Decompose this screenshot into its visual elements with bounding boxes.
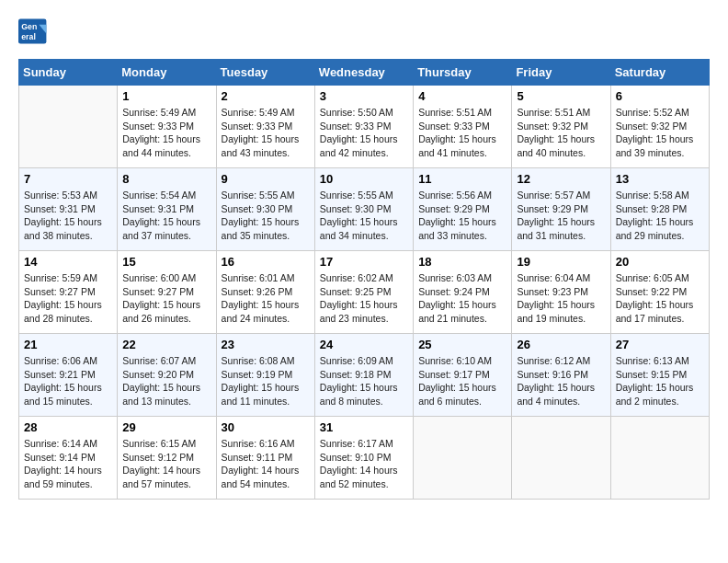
day-header: Tuesday xyxy=(216,60,314,86)
calendar-cell: 1Sunrise: 5:49 AMSunset: 9:33 PMDaylight… xyxy=(118,86,216,168)
day-number: 20 xyxy=(616,255,704,269)
calendar-cell xyxy=(610,417,709,500)
day-info: Sunrise: 6:07 AMSunset: 9:20 PMDaylight:… xyxy=(122,354,210,408)
svg-text:Gen: Gen xyxy=(21,22,37,31)
calendar-cell: 30Sunrise: 6:16 AMSunset: 9:11 PMDayligh… xyxy=(216,417,314,500)
day-info: Sunrise: 5:57 AMSunset: 9:29 PMDaylight:… xyxy=(517,189,605,243)
calendar-cell: 25Sunrise: 6:10 AMSunset: 9:17 PMDayligh… xyxy=(414,334,512,417)
day-info: Sunrise: 5:51 AMSunset: 9:33 PMDaylight:… xyxy=(418,106,506,160)
calendar-cell: 19Sunrise: 6:04 AMSunset: 9:23 PMDayligh… xyxy=(512,251,610,334)
day-number: 26 xyxy=(517,338,605,351)
day-info: Sunrise: 5:55 AMSunset: 9:30 PMDaylight:… xyxy=(320,189,408,243)
day-number: 22 xyxy=(122,338,210,351)
day-number: 10 xyxy=(320,172,408,186)
day-number: 13 xyxy=(616,172,704,186)
day-number: 14 xyxy=(24,255,112,269)
calendar-cell: 9Sunrise: 5:55 AMSunset: 9:30 PMDaylight… xyxy=(216,168,314,251)
day-number: 9 xyxy=(222,172,310,186)
day-info: Sunrise: 6:10 AMSunset: 9:17 PMDaylight:… xyxy=(418,354,506,408)
calendar-cell: 8Sunrise: 5:54 AMSunset: 9:31 PMDaylight… xyxy=(118,168,216,251)
day-info: Sunrise: 5:54 AMSunset: 9:31 PMDaylight:… xyxy=(122,189,210,243)
day-info: Sunrise: 6:09 AMSunset: 9:18 PMDaylight:… xyxy=(320,354,408,408)
calendar-cell: 31Sunrise: 6:17 AMSunset: 9:10 PMDayligh… xyxy=(314,417,413,500)
day-number: 30 xyxy=(222,420,310,434)
calendar-cell xyxy=(512,417,610,500)
calendar-cell xyxy=(414,417,512,500)
day-number: 7 xyxy=(24,172,112,186)
day-number: 8 xyxy=(122,172,210,186)
calendar-cell: 29Sunrise: 6:15 AMSunset: 9:12 PMDayligh… xyxy=(118,417,216,500)
day-number: 17 xyxy=(320,255,408,269)
day-number: 25 xyxy=(418,338,506,351)
day-number: 21 xyxy=(24,338,112,351)
day-info: Sunrise: 5:49 AMSunset: 9:33 PMDaylight:… xyxy=(122,106,210,160)
day-number: 27 xyxy=(616,338,704,351)
day-number: 23 xyxy=(222,338,310,351)
day-number: 6 xyxy=(616,89,704,103)
calendar-cell: 23Sunrise: 6:08 AMSunset: 9:19 PMDayligh… xyxy=(216,334,314,417)
day-info: Sunrise: 6:05 AMSunset: 9:22 PMDaylight:… xyxy=(616,271,704,326)
calendar-cell: 4Sunrise: 5:51 AMSunset: 9:33 PMDaylight… xyxy=(414,86,512,168)
calendar-cell: 20Sunrise: 6:05 AMSunset: 9:22 PMDayligh… xyxy=(610,251,709,334)
calendar-cell: 16Sunrise: 6:01 AMSunset: 9:26 PMDayligh… xyxy=(216,251,314,334)
day-info: Sunrise: 6:15 AMSunset: 9:12 PMDaylight:… xyxy=(122,437,210,491)
day-info: Sunrise: 6:03 AMSunset: 9:24 PMDaylight:… xyxy=(418,271,506,326)
day-header: Wednesday xyxy=(314,60,413,86)
calendar-cell: 28Sunrise: 6:14 AMSunset: 9:14 PMDayligh… xyxy=(19,417,118,500)
day-info: Sunrise: 5:55 AMSunset: 9:30 PMDaylight:… xyxy=(222,189,310,243)
day-info: Sunrise: 6:08 AMSunset: 9:19 PMDaylight:… xyxy=(222,354,310,408)
svg-text:eral: eral xyxy=(21,32,36,41)
day-header: Thursday xyxy=(414,60,512,86)
page-header: Gen eral xyxy=(18,18,710,44)
calendar-cell: 7Sunrise: 5:53 AMSunset: 9:31 PMDaylight… xyxy=(19,168,118,251)
day-number: 15 xyxy=(122,255,210,269)
calendar-cell: 24Sunrise: 6:09 AMSunset: 9:18 PMDayligh… xyxy=(314,334,413,417)
calendar-cell: 6Sunrise: 5:52 AMSunset: 9:32 PMDaylight… xyxy=(610,86,709,168)
day-info: Sunrise: 5:56 AMSunset: 9:29 PMDaylight:… xyxy=(418,189,506,243)
day-number: 4 xyxy=(418,89,506,103)
calendar-cell: 10Sunrise: 5:55 AMSunset: 9:30 PMDayligh… xyxy=(314,168,413,251)
day-number: 1 xyxy=(122,89,210,103)
day-info: Sunrise: 5:51 AMSunset: 9:32 PMDaylight:… xyxy=(517,106,605,160)
day-info: Sunrise: 6:00 AMSunset: 9:27 PMDaylight:… xyxy=(122,271,210,326)
day-header: Monday xyxy=(118,60,216,86)
day-info: Sunrise: 6:17 AMSunset: 9:10 PMDaylight:… xyxy=(320,437,408,491)
day-info: Sunrise: 5:59 AMSunset: 9:27 PMDaylight:… xyxy=(24,271,112,326)
day-info: Sunrise: 6:12 AMSunset: 9:16 PMDaylight:… xyxy=(517,354,605,408)
calendar-cell: 15Sunrise: 6:00 AMSunset: 9:27 PMDayligh… xyxy=(118,251,216,334)
day-info: Sunrise: 6:02 AMSunset: 9:25 PMDaylight:… xyxy=(320,271,408,326)
day-header: Sunday xyxy=(19,60,118,86)
day-number: 3 xyxy=(320,89,408,103)
day-info: Sunrise: 6:04 AMSunset: 9:23 PMDaylight:… xyxy=(517,271,605,326)
calendar-cell: 12Sunrise: 5:57 AMSunset: 9:29 PMDayligh… xyxy=(512,168,610,251)
calendar-cell: 22Sunrise: 6:07 AMSunset: 9:20 PMDayligh… xyxy=(118,334,216,417)
calendar-cell: 2Sunrise: 5:49 AMSunset: 9:33 PMDaylight… xyxy=(216,86,314,168)
day-info: Sunrise: 6:16 AMSunset: 9:11 PMDaylight:… xyxy=(222,437,310,491)
day-info: Sunrise: 5:52 AMSunset: 9:32 PMDaylight:… xyxy=(616,106,704,160)
calendar-cell: 26Sunrise: 6:12 AMSunset: 9:16 PMDayligh… xyxy=(512,334,610,417)
day-number: 28 xyxy=(24,420,112,434)
calendar-cell: 17Sunrise: 6:02 AMSunset: 9:25 PMDayligh… xyxy=(314,251,413,334)
calendar-cell: 11Sunrise: 5:56 AMSunset: 9:29 PMDayligh… xyxy=(414,168,512,251)
day-info: Sunrise: 6:06 AMSunset: 9:21 PMDaylight:… xyxy=(24,354,112,408)
calendar-cell: 3Sunrise: 5:50 AMSunset: 9:33 PMDaylight… xyxy=(314,86,413,168)
calendar-cell: 21Sunrise: 6:06 AMSunset: 9:21 PMDayligh… xyxy=(19,334,118,417)
logo-icon: Gen eral xyxy=(18,18,48,44)
day-info: Sunrise: 6:13 AMSunset: 9:15 PMDaylight:… xyxy=(616,354,704,408)
day-number: 5 xyxy=(517,89,605,103)
day-number: 11 xyxy=(418,172,506,186)
day-number: 29 xyxy=(122,420,210,434)
day-info: Sunrise: 5:50 AMSunset: 9:33 PMDaylight:… xyxy=(320,106,408,160)
calendar-table: SundayMondayTuesdayWednesdayThursdayFrid… xyxy=(18,59,710,500)
calendar-cell: 13Sunrise: 5:58 AMSunset: 9:28 PMDayligh… xyxy=(610,168,709,251)
calendar-cell: 5Sunrise: 5:51 AMSunset: 9:32 PMDaylight… xyxy=(512,86,610,168)
day-info: Sunrise: 5:53 AMSunset: 9:31 PMDaylight:… xyxy=(24,189,112,243)
day-info: Sunrise: 6:01 AMSunset: 9:26 PMDaylight:… xyxy=(222,271,310,326)
day-number: 18 xyxy=(418,255,506,269)
day-number: 19 xyxy=(517,255,605,269)
day-number: 2 xyxy=(222,89,310,103)
day-number: 16 xyxy=(222,255,310,269)
day-info: Sunrise: 5:49 AMSunset: 9:33 PMDaylight:… xyxy=(222,106,310,160)
calendar-cell: 14Sunrise: 5:59 AMSunset: 9:27 PMDayligh… xyxy=(19,251,118,334)
day-info: Sunrise: 6:14 AMSunset: 9:14 PMDaylight:… xyxy=(24,437,112,491)
